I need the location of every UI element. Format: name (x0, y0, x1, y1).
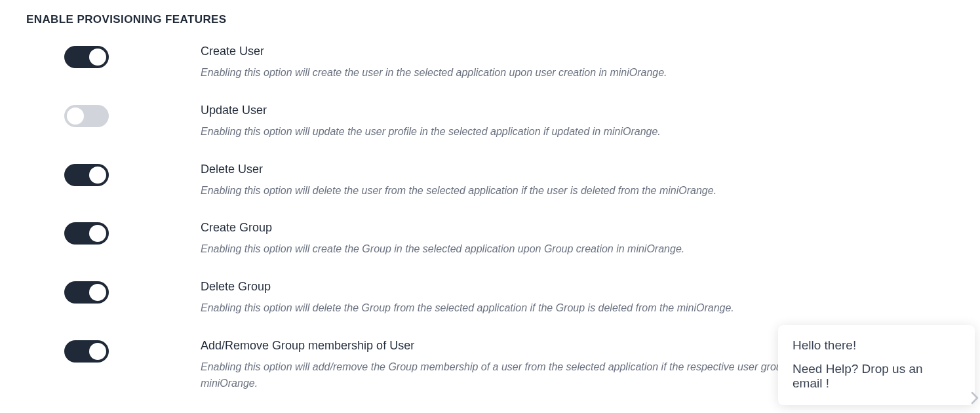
chevron-right-icon (971, 391, 980, 408)
feature-row: Create Group Enabling this option will c… (64, 221, 954, 258)
feature-text: Update User Enabling this option will up… (201, 104, 954, 140)
feature-row: Delete User Enabling this option will de… (64, 163, 954, 199)
feature-row: Delete Group Enabling this option will d… (64, 280, 954, 317)
feature-title: Delete User (201, 163, 954, 176)
toggle-update-user[interactable] (64, 105, 109, 127)
help-widget[interactable]: Hello there! Need Help? Drop us an email… (778, 325, 975, 405)
feature-title: Update User (201, 104, 954, 117)
feature-description: Enabling this option will create the use… (201, 65, 954, 81)
feature-text: Delete User Enabling this option will de… (201, 163, 954, 199)
feature-title: Create User (201, 45, 954, 58)
feature-description: Enabling this option will create the Gro… (201, 241, 954, 258)
feature-text: Create User Enabling this option will cr… (201, 45, 954, 81)
help-greeting: Hello there! (793, 338, 955, 353)
toggle-knob (67, 108, 84, 125)
feature-text: Delete Group Enabling this option will d… (201, 280, 954, 317)
feature-description: Enabling this option will update the use… (201, 124, 954, 140)
help-prompt: Need Help? Drop us an email ! (793, 362, 955, 391)
toggle-create-user[interactable] (64, 46, 109, 68)
toggle-knob (89, 284, 106, 301)
toggle-delete-user[interactable] (64, 164, 109, 186)
toggle-group-membership[interactable] (64, 340, 109, 363)
feature-row: Update User Enabling this option will up… (64, 104, 954, 140)
toggle-knob (89, 49, 106, 66)
toggle-create-group[interactable] (64, 222, 109, 245)
feature-text: Create Group Enabling this option will c… (201, 221, 954, 258)
toggle-knob (89, 167, 106, 184)
feature-description: Enabling this option will delete the use… (201, 183, 954, 199)
feature-title: Delete Group (201, 280, 954, 294)
feature-row: Create User Enabling this option will cr… (64, 45, 954, 81)
feature-description: Enabling this option will delete the Gro… (201, 300, 954, 317)
toggle-knob (89, 225, 106, 242)
section-heading: ENABLE PROVISIONING FEATURES (26, 13, 954, 26)
toggle-delete-group[interactable] (64, 281, 109, 304)
feature-title: Create Group (201, 221, 954, 235)
toggle-knob (89, 343, 106, 360)
